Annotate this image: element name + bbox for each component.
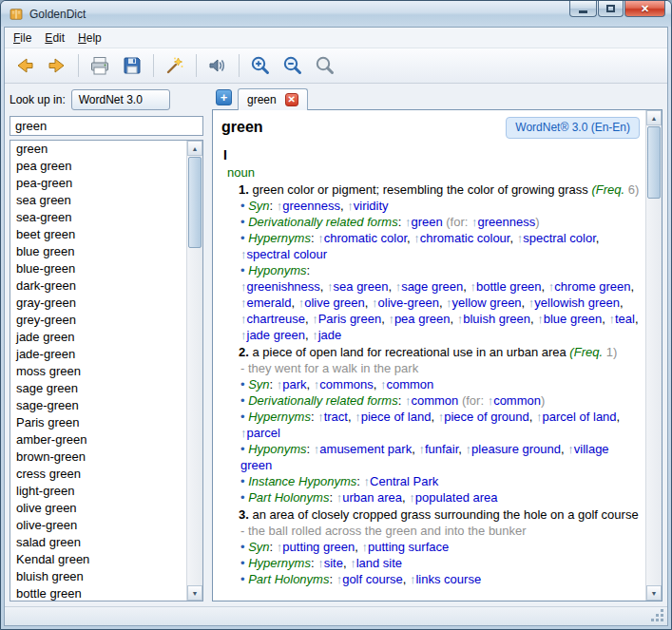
word-link[interactable]: jade green bbox=[247, 328, 305, 342]
list-item[interactable]: moss green bbox=[10, 363, 186, 380]
word-link[interactable]: bottle green bbox=[476, 279, 542, 294]
word-link[interactable]: Central Park bbox=[370, 474, 438, 488]
word-link[interactable]: spectral colour bbox=[247, 247, 328, 261]
word-link[interactable]: parcel bbox=[247, 426, 280, 440]
word-link[interactable]: Paris green bbox=[318, 312, 381, 326]
word-link[interactable]: viridity bbox=[354, 199, 389, 213]
list-item[interactable]: sea-green bbox=[10, 209, 186, 226]
forward-button[interactable] bbox=[43, 51, 71, 80]
list-item[interactable]: brown-green bbox=[10, 449, 186, 466]
word-link[interactable]: putting surface bbox=[368, 540, 449, 554]
word-link[interactable]: greenishness bbox=[247, 279, 320, 294]
word-link[interactable]: chrome green bbox=[554, 279, 630, 294]
scroll-up-button[interactable]: ▲ bbox=[646, 110, 662, 125]
word-link[interactable]: sage green bbox=[401, 279, 463, 294]
menu-file[interactable]: File bbox=[7, 29, 38, 48]
word-link[interactable]: yellowish green bbox=[534, 296, 620, 310]
zoom-out-button[interactable] bbox=[278, 51, 307, 80]
list-item[interactable]: bottle green bbox=[10, 585, 186, 601]
list-item[interactable]: gray-green bbox=[10, 295, 186, 312]
word-link[interactable]: olive green bbox=[304, 296, 365, 310]
word-link[interactable]: yellow green bbox=[452, 296, 522, 310]
save-button[interactable] bbox=[118, 51, 146, 80]
zoom-base-button[interactable] bbox=[311, 51, 339, 80]
word-link[interactable]: piece of ground bbox=[444, 410, 529, 424]
back-button[interactable] bbox=[10, 51, 39, 80]
word-link[interactable]: parcel of land bbox=[543, 410, 617, 424]
dictionary-badge[interactable]: WordNet® 3.0 (En-En) bbox=[506, 117, 640, 139]
search-input[interactable] bbox=[10, 116, 203, 136]
word-link[interactable]: spectral color bbox=[523, 231, 596, 245]
word-link[interactable]: jade bbox=[318, 328, 342, 342]
word-link[interactable]: populated area bbox=[415, 490, 498, 505]
list-item[interactable]: Paris green bbox=[10, 414, 186, 431]
list-item[interactable]: grey-green bbox=[10, 312, 186, 329]
word-link[interactable]: common bbox=[386, 377, 433, 391]
print-button[interactable] bbox=[86, 51, 114, 80]
word-link[interactable]: sea green bbox=[334, 279, 389, 294]
menu-help[interactable]: Help bbox=[71, 29, 108, 48]
word-link[interactable]: putting green bbox=[282, 540, 355, 554]
list-item[interactable]: sage green bbox=[10, 380, 186, 397]
word-link[interactable]: tract bbox=[324, 410, 348, 424]
word-link[interactable]: park bbox=[282, 377, 306, 391]
list-item[interactable]: green bbox=[10, 141, 186, 158]
resize-grip-icon[interactable] bbox=[652, 610, 663, 621]
word-link[interactable]: links course bbox=[415, 572, 481, 586]
scan-popup-button[interactable] bbox=[161, 51, 189, 80]
word-link[interactable]: chromatic color bbox=[324, 231, 407, 245]
word-link[interactable]: golf course bbox=[342, 572, 403, 586]
scroll-up-button[interactable]: ▲ bbox=[187, 141, 202, 156]
word-link[interactable]: pea green bbox=[394, 312, 451, 326]
word-link[interactable]: emerald bbox=[247, 296, 292, 310]
word-link[interactable]: blue green bbox=[544, 312, 602, 326]
word-link[interactable]: amusement park bbox=[319, 442, 412, 456]
list-item[interactable]: olive-green bbox=[10, 517, 186, 534]
word-link[interactable]: olive-green bbox=[378, 296, 439, 310]
maximize-button[interactable] bbox=[598, 1, 624, 17]
scroll-thumb[interactable] bbox=[188, 157, 202, 248]
word-link[interactable]: pleasure ground bbox=[471, 442, 561, 456]
list-item[interactable]: beet green bbox=[10, 226, 186, 243]
word-link[interactable]: chartreuse bbox=[247, 312, 305, 326]
list-item[interactable]: cress green bbox=[10, 466, 186, 483]
dictionary-select[interactable]: WordNet 3.0 bbox=[71, 89, 170, 110]
tab-green[interactable]: green ✕ bbox=[238, 88, 308, 110]
list-item[interactable]: dark-green bbox=[10, 277, 186, 295]
scroll-down-button[interactable]: ▼ bbox=[187, 585, 202, 601]
titlebar[interactable]: GoldenDict ✕ bbox=[1, 1, 671, 27]
list-item[interactable]: salad green bbox=[10, 534, 186, 551]
article-scrollbar[interactable]: ▲ ▼ bbox=[645, 110, 662, 601]
list-item[interactable]: Kendal green bbox=[10, 551, 186, 568]
scroll-down-button[interactable]: ▼ bbox=[646, 585, 662, 601]
menu-edit[interactable]: Edit bbox=[38, 29, 71, 48]
word-link[interactable]: teal bbox=[615, 312, 635, 326]
tab-close-icon[interactable]: ✕ bbox=[285, 93, 298, 106]
wordlist-scrollbar[interactable]: ▲ ▼ bbox=[186, 141, 202, 601]
list-item[interactable]: blue green bbox=[10, 243, 186, 260]
list-item[interactable]: jade-green bbox=[10, 346, 186, 363]
word-link[interactable]: greenness bbox=[282, 199, 340, 213]
word-link[interactable]: bluish green bbox=[463, 312, 530, 326]
zoom-in-button[interactable] bbox=[246, 51, 275, 80]
close-button[interactable]: ✕ bbox=[624, 1, 665, 17]
list-item[interactable]: sea green bbox=[10, 192, 186, 209]
word-link[interactable]: commons bbox=[319, 377, 373, 391]
list-item[interactable]: pea-green bbox=[10, 175, 186, 192]
list-item[interactable]: amber-green bbox=[10, 431, 186, 449]
word-link[interactable]: greenness bbox=[478, 215, 536, 229]
pronounce-button[interactable] bbox=[203, 51, 232, 80]
word-link[interactable]: common bbox=[411, 393, 458, 408]
list-item[interactable]: bluish green bbox=[10, 568, 186, 585]
word-link[interactable]: site bbox=[324, 556, 343, 570]
new-tab-button[interactable]: + bbox=[216, 89, 232, 105]
scroll-thumb[interactable] bbox=[647, 126, 661, 199]
list-item[interactable]: light-green bbox=[10, 483, 186, 500]
minimize-button[interactable] bbox=[569, 1, 597, 17]
word-link[interactable]: common bbox=[493, 393, 541, 408]
list-item[interactable]: jade green bbox=[10, 329, 186, 346]
word-link[interactable]: chromatic colour bbox=[420, 231, 510, 245]
word-link[interactable]: funfair bbox=[425, 442, 458, 456]
list-item[interactable]: olive green bbox=[10, 500, 186, 517]
word-link[interactable]: piece of land bbox=[361, 410, 432, 424]
